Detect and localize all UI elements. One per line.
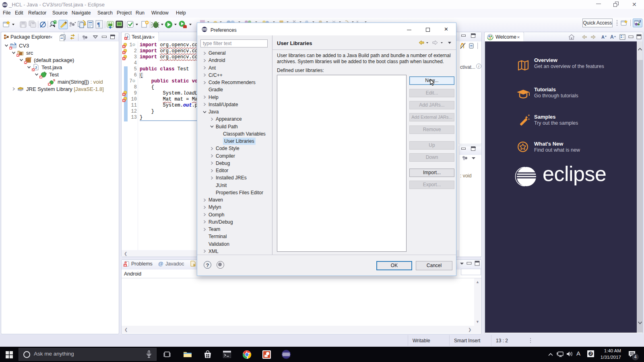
svg-text:J: J [639,19,641,23]
svg-text:S: S [53,78,55,82]
svg-text:¶: ¶ [97,22,100,28]
svg-text:A: A [601,35,605,39]
svg-text:A: A [610,34,614,40]
svg-text:J: J [35,66,37,70]
